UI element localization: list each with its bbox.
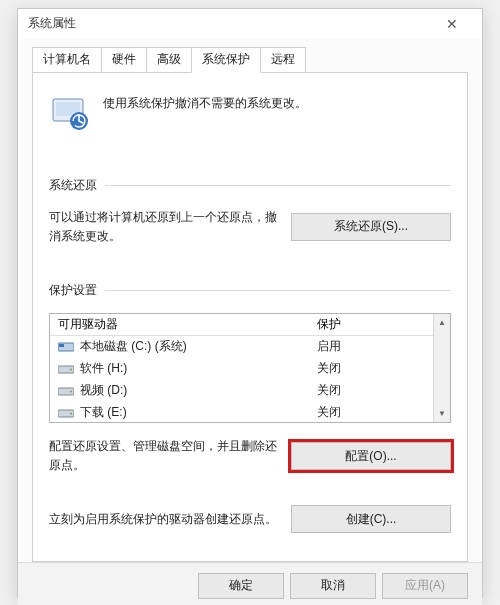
drive-name: 视频 (D:)	[80, 382, 127, 399]
list-item[interactable]: 本地磁盘 (C:) (系统) 启用	[50, 336, 433, 358]
svg-rect-4	[59, 344, 64, 347]
tabstrip: 计算机名 硬件 高级 系统保护 远程	[32, 49, 468, 73]
drive-protection: 启用	[313, 338, 433, 355]
intro-row: 使用系统保护撤消不需要的系统更改。	[49, 87, 451, 135]
intro-text: 使用系统保护撤消不需要的系统更改。	[103, 91, 307, 133]
drive-list-body: 可用驱动器 保护 本地磁盘 (C:) (系统) 启用	[50, 314, 433, 422]
configure-button[interactable]: 配置(O)...	[291, 442, 451, 470]
tab-system-protection[interactable]: 系统保护	[191, 47, 261, 73]
list-item[interactable]: 下载 (E:) 关闭	[50, 402, 433, 424]
svg-point-10	[70, 412, 72, 414]
restore-row: 可以通过将计算机还原到上一个还原点，撤消系统更改。 系统还原(S)...	[49, 208, 451, 246]
divider	[105, 185, 451, 186]
tab-hardware[interactable]: 硬件	[101, 47, 147, 73]
system-protection-icon	[49, 91, 91, 133]
create-desc: 立刻为启用系统保护的驱动器创建还原点。	[49, 510, 277, 529]
tab-container: 计算机名 硬件 高级 系统保护 远程 使用系统保护撤消不需要的系统更改。	[18, 39, 482, 562]
section-header-restore: 系统还原	[49, 177, 451, 194]
drive-name: 下载 (E:)	[80, 404, 127, 421]
drive-protection: 关闭	[313, 404, 433, 421]
divider	[105, 290, 451, 291]
restore-desc: 可以通过将计算机还原到上一个还原点，撤消系统更改。	[49, 208, 277, 246]
system-protection-panel: 使用系统保护撤消不需要的系统更改。 系统还原 可以通过将计算机还原到上一个还原点…	[32, 72, 468, 562]
ok-button[interactable]: 确定	[198, 573, 284, 599]
apply-button[interactable]: 应用(A)	[382, 573, 468, 599]
section-header-settings: 保护设置	[49, 282, 451, 299]
drive-protection: 关闭	[313, 382, 433, 399]
drive-name: 本地磁盘 (C:) (系统)	[80, 338, 187, 355]
list-item[interactable]: 软件 (H:) 关闭	[50, 358, 433, 380]
create-row: 立刻为启用系统保护的驱动器创建还原点。 创建(C)...	[49, 505, 451, 533]
system-properties-window: 系统属性 ✕ 计算机名 硬件 高级 系统保护 远程	[17, 8, 483, 598]
os-disk-icon	[58, 341, 74, 353]
close-button[interactable]: ✕	[430, 9, 474, 39]
col-header-drive: 可用驱动器	[50, 316, 313, 333]
disk-icon	[58, 407, 74, 419]
section-title-settings: 保护设置	[49, 282, 97, 299]
disk-icon	[58, 363, 74, 375]
dialog-footer: 确定 取消 应用(A)	[18, 562, 482, 606]
window-title: 系统属性	[28, 15, 76, 32]
tab-remote[interactable]: 远程	[260, 47, 306, 73]
drive-list[interactable]: 可用驱动器 保护 本地磁盘 (C:) (系统) 启用	[49, 313, 451, 423]
svg-point-8	[70, 390, 72, 392]
configure-desc: 配置还原设置、管理磁盘空间，并且删除还原点。	[49, 437, 277, 475]
disk-icon	[58, 385, 74, 397]
create-button[interactable]: 创建(C)...	[291, 505, 451, 533]
drive-name: 软件 (H:)	[80, 360, 127, 377]
configure-row: 配置还原设置、管理磁盘空间，并且删除还原点。 配置(O)...	[49, 437, 451, 475]
tab-advanced[interactable]: 高级	[146, 47, 192, 73]
scrollbar[interactable]: ▲ ▼	[433, 314, 450, 422]
tab-computer-name[interactable]: 计算机名	[32, 47, 102, 73]
titlebar: 系统属性 ✕	[18, 9, 482, 39]
section-title-restore: 系统还原	[49, 177, 97, 194]
scroll-up-icon[interactable]: ▲	[434, 314, 450, 331]
drive-protection: 关闭	[313, 360, 433, 377]
list-item[interactable]: 视频 (D:) 关闭	[50, 380, 433, 402]
system-restore-button[interactable]: 系统还原(S)...	[291, 213, 451, 241]
close-icon: ✕	[446, 16, 458, 32]
drive-list-header: 可用驱动器 保护	[50, 314, 433, 336]
svg-point-6	[70, 368, 72, 370]
scroll-down-icon[interactable]: ▼	[434, 405, 450, 422]
col-header-protection: 保护	[313, 316, 433, 333]
cancel-button[interactable]: 取消	[290, 573, 376, 599]
